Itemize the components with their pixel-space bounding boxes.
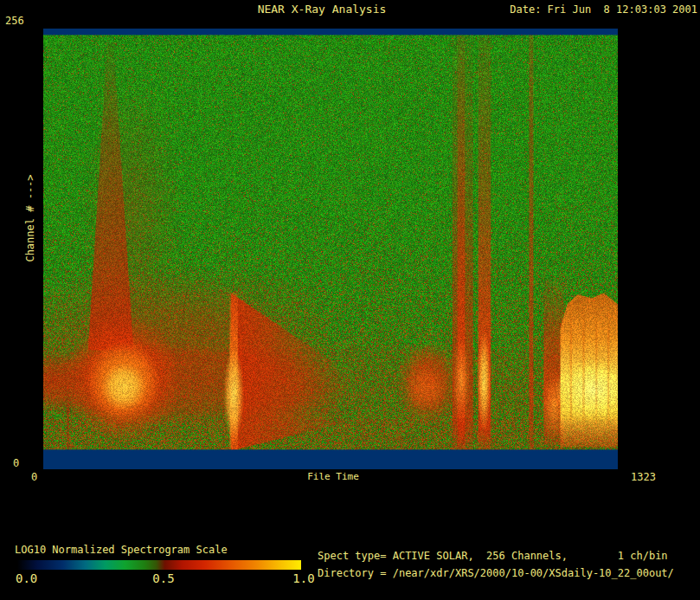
x-axis-title: File Time: [307, 472, 359, 482]
colorbar-title: LOG10 Normalized Spectrogram Scale: [15, 545, 228, 556]
y-axis-title: Channel # --->: [25, 174, 36, 261]
colorbar-tick-mid: 0.5: [152, 572, 174, 585]
colorbar-tick-max: 1.0: [292, 572, 314, 585]
date-label: Date: Fri Jun 8 12:03:03 2001: [510, 4, 697, 16]
spect-type-label: Spect type= ACTIVE SOLAR, 256 Channels, …: [318, 551, 668, 562]
colorbar-tick-min: 0.0: [16, 572, 37, 585]
app-window: NEAR X-Ray Analysis Date: Fri Jun 8 12:0…: [0, 0, 700, 600]
page-title: NEAR X-Ray Analysis: [258, 3, 387, 16]
spectrogram-heatmap: [43, 29, 618, 469]
x-axis-min-label: 0: [31, 472, 37, 483]
y-axis-min-label: 0: [13, 458, 19, 469]
colorbar-gradient: [17, 560, 301, 570]
x-axis-max-label: 1323: [631, 472, 656, 483]
y-axis-max-label: 256: [5, 16, 24, 27]
directory-label: Directory = /near/xdr/XRS/2000/10-00/XSd…: [318, 568, 674, 579]
